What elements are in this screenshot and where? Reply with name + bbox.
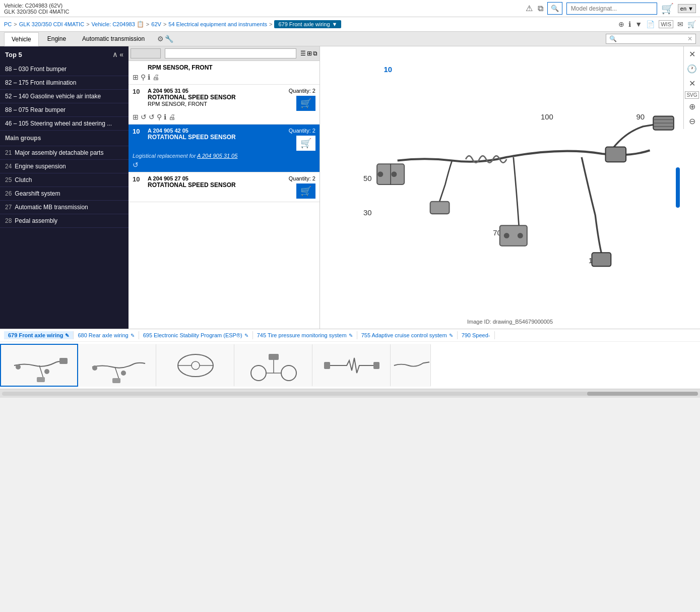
breadcrumb-glk[interactable]: GLK 320/350 CDI 4MATIC (19, 21, 84, 27)
breadcrumb-vehicle[interactable]: Vehicle: C204983 📋 (92, 21, 144, 28)
main-groups-label: Main groups (0, 131, 129, 146)
info-icon-1[interactable]: ℹ (148, 73, 150, 81)
zoom-in-diagram-icon[interactable]: ⊕ (685, 100, 699, 113)
cart-tool-icon[interactable]: 🛒 (687, 20, 696, 28)
thumbnail-tab-790[interactable]: 790 Speed- (458, 331, 495, 339)
close-diagram-icon[interactable]: ✕ (685, 47, 699, 61)
sidebar-item-front-bumper[interactable]: 88 – 030 Front bumper (0, 63, 129, 76)
info-icon-2[interactable]: ℹ (164, 113, 166, 121)
thumbnail-tab-695[interactable]: 695 Electronic Stability Program (ESP®) … (139, 331, 253, 339)
settings-icon[interactable]: ⚙ (157, 35, 164, 43)
sidebar-item-engine-suspension[interactable]: 24Engine suspension (0, 160, 129, 173)
zoom-in-icon[interactable]: ⊕ (618, 20, 624, 28)
thumbnail-679[interactable] (0, 344, 78, 387)
part-icons-1: ⊞ ⚲ ℹ 🖨 (133, 73, 315, 81)
scrollbar-thumb[interactable] (587, 392, 698, 396)
edit-icon-679[interactable]: ✎ (65, 333, 69, 338)
breadcrumb-electrical[interactable]: 54 Electrical equipment and instruments (168, 21, 267, 27)
svg-icon[interactable]: SVG (685, 91, 699, 99)
scrollbar-area (0, 389, 700, 398)
diagram-panel: ✕ 🕐 ✕ SVG ⊕ ⊖ 10 50 30 70 100 90 130 (320, 46, 700, 329)
warning-icon[interactable]: ⚠ (526, 4, 533, 13)
sidebar-item-auto-transmission[interactable]: 27Automatic MB transmission (0, 201, 129, 214)
refresh-icon-3[interactable]: ↺ (133, 161, 139, 169)
history-icon[interactable]: 🕐 (685, 62, 699, 76)
scrollbar-track[interactable] (2, 392, 698, 396)
print-icon-1[interactable]: 🖨 (152, 73, 159, 81)
tab-vehicle[interactable]: Vehicle (4, 32, 39, 46)
edit-icon-680[interactable]: ✎ (131, 333, 135, 338)
thumbnail-790[interactable] (391, 344, 431, 387)
wrench-icon[interactable]: 🔧 (165, 35, 173, 43)
collapse-all-icon[interactable]: « (119, 50, 123, 58)
thumbnail-680[interactable] (78, 344, 156, 387)
edit-icon-695[interactable]: ✎ (244, 333, 248, 338)
header: Vehicle: C204983 (62V) GLK 320/350 CDI 4… (0, 0, 700, 17)
sidebar-item-major-assembly[interactable]: 21Major assembly detachable parts (0, 146, 129, 160)
list-view-icon[interactable]: ☰ (300, 50, 306, 57)
tabs-bar: Vehicle Engine Automatic transmission ⚙ … (0, 32, 700, 46)
tab-engine[interactable]: Engine (40, 32, 74, 46)
svg-point-19 (518, 233, 523, 238)
thumb-svg-790 (392, 348, 430, 383)
search-icon-header[interactable]: 🔍 (547, 2, 562, 15)
tab-679-label: 679 Front axle wiring (8, 332, 63, 338)
collapse-icon[interactable]: ∧ (112, 50, 117, 58)
thumbnail-695[interactable] (156, 344, 234, 387)
grid-icon-2[interactable]: ⊞ (133, 113, 139, 121)
edit-icon-745[interactable]: ✎ (349, 333, 353, 338)
anchor-icon-1[interactable]: ⚲ (141, 73, 146, 81)
grid-icon-1[interactable]: ⊞ (133, 73, 139, 81)
sidebar-item-gearshift[interactable]: 26Gearshift system (0, 187, 129, 201)
grid-view-icon[interactable]: ⊞ (307, 50, 312, 57)
replacement-link-3[interactable]: A 204 905 31 05 (197, 153, 237, 159)
wis-icon[interactable]: WIS (659, 20, 673, 28)
mail-icon[interactable]: ✉ (677, 20, 683, 28)
sidebar-item-clutch[interactable]: 25Clutch (0, 173, 129, 187)
filter-icon[interactable]: ▼ (635, 20, 642, 28)
thumbnail-tab-680[interactable]: 680 Rear axle wiring ✎ (74, 331, 139, 339)
language-selector[interactable]: en ▼ (678, 4, 696, 13)
sidebar-item-pedal[interactable]: 28Pedal assembly (0, 214, 129, 228)
part-id-4: A 204 905 27 05 (148, 175, 286, 181)
part-info-1: RPM SENSOR, FRONT (148, 64, 315, 71)
expand-icon[interactable]: ⧉ (313, 50, 317, 57)
cart-btn-2[interactable]: 🛒 (296, 96, 315, 111)
sidebar-item-steering[interactable]: 46 – 105 Steering wheel and steering ... (0, 117, 129, 131)
sidebar-item-front-illumination[interactable]: 82 – 175 Front illumination (0, 76, 129, 90)
breadcrumb-62v[interactable]: 62V (151, 21, 161, 27)
anchor-icon-2[interactable]: ⚲ (157, 113, 162, 121)
breadcrumb-pc[interactable]: PC (4, 21, 12, 27)
tab-automatic-transmission[interactable]: Automatic transmission (75, 32, 152, 46)
tab-search-box[interactable]: 🔍 ✕ (606, 34, 696, 44)
crosshair-icon[interactable]: ✕ (685, 77, 699, 90)
thumbnail-755[interactable] (312, 344, 391, 387)
edit-icon-755[interactable]: ✎ (449, 333, 453, 338)
cart-btn-4[interactable]: 🛒 (296, 183, 315, 199)
breadcrumb-current[interactable]: 679 Front axle wiring ▼ (274, 20, 341, 28)
part-icons-3: ↺ (133, 161, 315, 169)
thumbnail-tab-679[interactable]: 679 Front axle wiring ✎ (4, 331, 74, 339)
refresh-icon-2a[interactable]: ↺ (141, 113, 147, 121)
dropdown-icon: ▼ (332, 21, 338, 27)
model-search-input[interactable] (566, 3, 657, 15)
zoom-out-diagram-icon[interactable]: ⊖ (685, 114, 699, 128)
cart-btn-3[interactable]: 🛒 (296, 136, 315, 151)
parts-scrollbar[interactable] (131, 48, 161, 58)
thumbnail-tab-745[interactable]: 745 Tire pressure monitoring system ✎ (253, 331, 357, 339)
clear-search-icon[interactable]: ✕ (687, 35, 692, 42)
cart-icon[interactable]: 🛒 (661, 3, 674, 15)
thumbnail-745[interactable] (234, 344, 312, 387)
print-icon-2[interactable]: 🖨 (168, 113, 175, 121)
sidebar-item-rear-bumper[interactable]: 88 – 075 Rear bumper (0, 103, 129, 117)
parts-filter-bar[interactable] (165, 48, 296, 58)
part-pos-4: 10 (133, 175, 145, 183)
part-pos-2: 10 (133, 88, 145, 95)
thumbnail-tab-755[interactable]: 755 Adaptive cruise control system ✎ (357, 331, 458, 339)
sidebar-item-air-intake[interactable]: 52 – 140 Gasoline vehicle air intake (0, 90, 129, 103)
info-icon[interactable]: ℹ (628, 20, 631, 28)
document-icon[interactable]: 📄 (646, 20, 655, 28)
copy-icon[interactable]: ⧉ (538, 4, 543, 13)
refresh-icon-2b[interactable]: ↺ (149, 113, 155, 121)
tab-search-input[interactable] (617, 35, 687, 42)
